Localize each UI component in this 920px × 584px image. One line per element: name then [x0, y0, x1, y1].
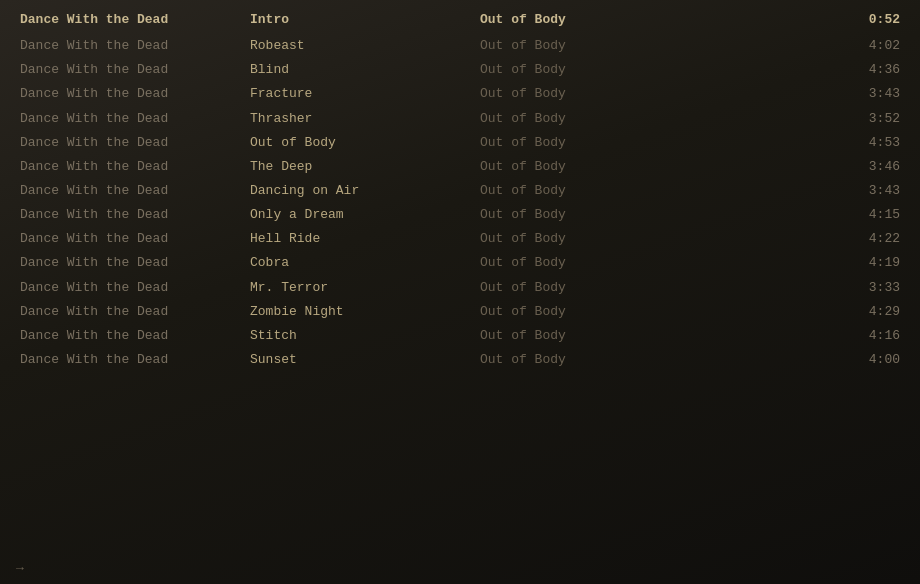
table-row[interactable]: Dance With the DeadFractureOut of Body3:… [0, 82, 920, 106]
track-duration: 3:33 [710, 278, 900, 298]
track-list-header: Dance With the Dead Intro Out of Body 0:… [0, 8, 920, 32]
track-album: Out of Body [480, 229, 710, 249]
track-album: Out of Body [480, 84, 710, 104]
track-duration: 4:00 [710, 350, 900, 370]
table-row[interactable]: Dance With the DeadStitchOut of Body4:16 [0, 324, 920, 348]
track-album: Out of Body [480, 350, 710, 370]
track-artist: Dance With the Dead [20, 84, 250, 104]
track-duration: 4:16 [710, 326, 900, 346]
track-artist: Dance With the Dead [20, 229, 250, 249]
table-row[interactable]: Dance With the DeadDancing on AirOut of … [0, 179, 920, 203]
table-row[interactable]: Dance With the DeadZombie NightOut of Bo… [0, 300, 920, 324]
track-artist: Dance With the Dead [20, 60, 250, 80]
track-artist: Dance With the Dead [20, 157, 250, 177]
track-artist: Dance With the Dead [20, 278, 250, 298]
table-row[interactable]: Dance With the DeadRobeastOut of Body4:0… [0, 34, 920, 58]
track-artist: Dance With the Dead [20, 181, 250, 201]
header-duration: 0:52 [710, 10, 900, 30]
track-duration: 4:53 [710, 133, 900, 153]
track-duration: 4:29 [710, 302, 900, 322]
track-duration: 4:22 [710, 229, 900, 249]
track-artist: Dance With the Dead [20, 36, 250, 56]
table-row[interactable]: Dance With the DeadSunsetOut of Body4:00 [0, 348, 920, 372]
track-title: Only a Dream [250, 205, 480, 225]
track-artist: Dance With the Dead [20, 109, 250, 129]
track-album: Out of Body [480, 302, 710, 322]
track-album: Out of Body [480, 326, 710, 346]
track-list: Dance With the Dead Intro Out of Body 0:… [0, 0, 920, 380]
table-row[interactable]: Dance With the DeadBlindOut of Body4:36 [0, 58, 920, 82]
track-artist: Dance With the Dead [20, 205, 250, 225]
table-row[interactable]: Dance With the DeadHell RideOut of Body4… [0, 227, 920, 251]
track-album: Out of Body [480, 109, 710, 129]
table-row[interactable]: Dance With the DeadCobraOut of Body4:19 [0, 251, 920, 275]
track-duration: 3:46 [710, 157, 900, 177]
track-duration: 4:19 [710, 253, 900, 273]
track-title: Robeast [250, 36, 480, 56]
track-duration: 4:02 [710, 36, 900, 56]
track-title: Stitch [250, 326, 480, 346]
track-album: Out of Body [480, 157, 710, 177]
track-duration: 4:36 [710, 60, 900, 80]
table-row[interactable]: Dance With the DeadThe DeepOut of Body3:… [0, 155, 920, 179]
track-title: Out of Body [250, 133, 480, 153]
track-artist: Dance With the Dead [20, 253, 250, 273]
table-row[interactable]: Dance With the DeadThrasherOut of Body3:… [0, 107, 920, 131]
track-album: Out of Body [480, 278, 710, 298]
track-album: Out of Body [480, 253, 710, 273]
track-artist: Dance With the Dead [20, 302, 250, 322]
bottom-arrow-icon: → [16, 561, 24, 576]
track-artist: Dance With the Dead [20, 350, 250, 370]
track-title: Fracture [250, 84, 480, 104]
track-title: Zombie Night [250, 302, 480, 322]
track-title: The Deep [250, 157, 480, 177]
header-album: Out of Body [480, 10, 710, 30]
track-title: Blind [250, 60, 480, 80]
track-title: Dancing on Air [250, 181, 480, 201]
track-duration: 3:52 [710, 109, 900, 129]
track-album: Out of Body [480, 133, 710, 153]
table-row[interactable]: Dance With the DeadOnly a DreamOut of Bo… [0, 203, 920, 227]
track-artist: Dance With the Dead [20, 326, 250, 346]
header-artist: Dance With the Dead [20, 10, 250, 30]
track-duration: 3:43 [710, 84, 900, 104]
track-artist: Dance With the Dead [20, 133, 250, 153]
track-album: Out of Body [480, 181, 710, 201]
track-album: Out of Body [480, 36, 710, 56]
track-album: Out of Body [480, 205, 710, 225]
track-album: Out of Body [480, 60, 710, 80]
track-title: Mr. Terror [250, 278, 480, 298]
track-duration: 3:43 [710, 181, 900, 201]
table-row[interactable]: Dance With the DeadMr. TerrorOut of Body… [0, 276, 920, 300]
header-title: Intro [250, 10, 480, 30]
track-title: Thrasher [250, 109, 480, 129]
track-title: Hell Ride [250, 229, 480, 249]
track-duration: 4:15 [710, 205, 900, 225]
table-row[interactable]: Dance With the DeadOut of BodyOut of Bod… [0, 131, 920, 155]
track-title: Cobra [250, 253, 480, 273]
track-title: Sunset [250, 350, 480, 370]
